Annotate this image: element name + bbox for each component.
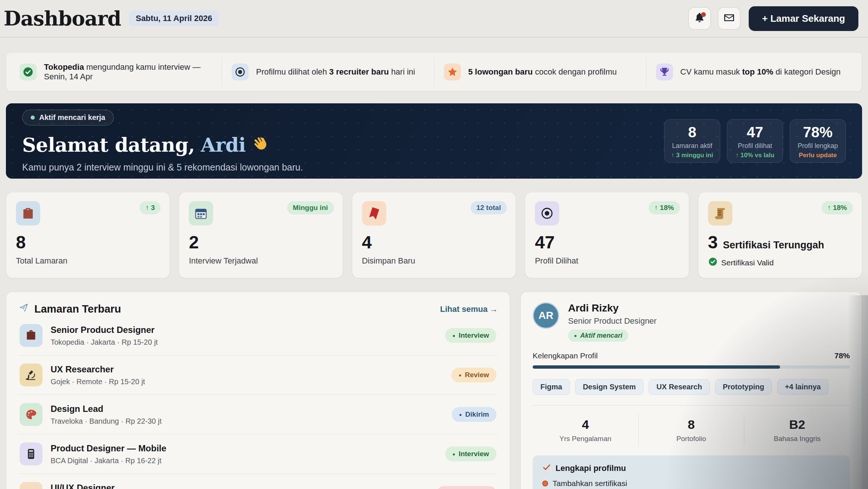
job-title: UX Researcher (51, 364, 145, 375)
profile-panel: AR Ardi Rizky Senior Product Designer ●A… (520, 292, 862, 489)
checklist-item-certification[interactable]: Tambahkan sertifikasi (542, 479, 840, 488)
stat-number: 47 (535, 232, 679, 252)
completeness-label: Kelengkapan Profil (533, 351, 598, 360)
page-title: Dashboard (4, 7, 121, 30)
card-certifications[interactable]: ↑ 18% 3 Sertifikasi Terunggah Sertifikas… (698, 192, 862, 278)
applications-title: Lamaran Terbaru (18, 302, 121, 316)
job-meta: Traveloka · Bandung · Rp 22-30 jt (51, 417, 162, 426)
skill-chip-prototyping: Prototyping (715, 379, 772, 395)
card-profile-views[interactable]: ↑ 18% 47 Profil Dilihat (525, 192, 689, 278)
card-saved-jobs[interactable]: 12 total 4 Disimpan Baru (352, 192, 516, 278)
stat-label: Profil lengkap (790, 142, 845, 150)
briefcase-icon (20, 324, 42, 347)
user-first-name: Ardi (201, 134, 246, 156)
job-title: Product Designer — Mobile (51, 443, 166, 454)
trend-badge: ↑ 3 (140, 201, 161, 214)
job-seeking-badge: Aktif mencari kerja (22, 110, 114, 125)
stat-label: Sertifikasi Terunggah (723, 240, 824, 251)
stat-label: Disimpan Baru (362, 256, 506, 266)
card-scheduled-interviews[interactable]: Minggu ini 2 Interview Terjadwal (179, 192, 343, 278)
status-badge: ●Review (451, 368, 496, 382)
apply-now-button[interactable]: + Lamar Sekarang (749, 6, 858, 31)
stat-label: Profil dilihat (727, 142, 783, 150)
eye-icon (232, 63, 249, 80)
skill-chips: Figma Design System UX Research Prototyp… (533, 379, 850, 395)
alert-interview-invite[interactable]: Tokopedia mengundang kamu interview — Se… (10, 58, 222, 86)
check-circle-icon (20, 63, 37, 80)
job-row-design-lead[interactable]: Design Lead Traveloka · Bandung · Rp 22-… (18, 395, 498, 434)
skill-chip-more[interactable]: +4 lainnya (777, 379, 828, 395)
stat-number: 4 (362, 232, 506, 252)
stat-english: B2 Bahasa Inggris (744, 414, 850, 447)
messages-button[interactable] (718, 7, 741, 30)
stat-number: 8 (16, 232, 160, 252)
hero-stat-profile-views: 47 Profil dilihat ↑ 10% vs lalu (727, 119, 783, 163)
stat-cards-row: ↑ 3 8 Total Lamaran Minggu ini 2 Intervi… (6, 192, 862, 278)
job-title: Senior Product Designer (51, 325, 158, 335)
alerts-bar: Tokopedia mengundang kamu interview — Se… (6, 52, 862, 92)
alert-profile-views[interactable]: Profilmu dilihat oleh 3 recruiter baru h… (222, 58, 434, 86)
progress-fill (533, 365, 780, 369)
welcome-subtitle: Kamu punya 2 interview minggu ini & 5 re… (22, 162, 303, 173)
stat-trend: ↑ 10% vs lalu (727, 152, 783, 159)
date-badge: Sabtu, 11 April 2026 (129, 11, 219, 26)
check-circle-icon (708, 257, 718, 268)
stat-portfolio: 8 Portofolio (639, 414, 745, 447)
alert-text: CV kamu masuk top 10% di kategori Design (680, 67, 841, 77)
alert-cv-rank[interactable]: CV kamu masuk top 10% di kategori Design (646, 58, 858, 86)
profile-name: Ardi Rizky (568, 302, 657, 314)
stat-number: 3 (708, 232, 718, 252)
alert-new-jobs[interactable]: 5 lowongan baru cocok dengan profilmu (434, 58, 646, 86)
trend-badge: ↑ 18% (649, 201, 680, 214)
stat-experience: 4 Yrs Pengalaman (533, 414, 639, 447)
calendar-icon (189, 201, 213, 225)
stat-value: 47 (727, 124, 783, 141)
paper-plane-icon (18, 302, 29, 316)
bullet-icon (542, 481, 548, 486)
status-badge: ●Tidak lanjut (437, 486, 496, 489)
total-badge: 12 total (471, 201, 507, 214)
hero-stat-active-applications: 8 Lamaran aktif ↑ 3 minggu ini (664, 119, 720, 163)
skill-chip-ux-research: UX Research (649, 379, 710, 395)
status-badge: ●Interview (445, 328, 496, 343)
trend-badge: ↑ 18% (821, 201, 853, 214)
job-meta: Gojek · Remote · Rp 15-20 jt (51, 378, 145, 386)
job-meta: BCA Digital · Jakarta · Rp 16-22 jt (51, 457, 166, 465)
alert-text: Profilmu dilihat oleh 3 recruiter baru h… (256, 67, 415, 77)
card-total-applications[interactable]: ↑ 3 8 Total Lamaran (6, 192, 170, 278)
alert-text: Tokopedia mengundang kamu interview — Se… (44, 62, 212, 82)
stat-trend: Perlu update (790, 152, 845, 159)
scroll-icon (708, 201, 732, 225)
job-row-uiux-designer[interactable]: UI/UX Designer Shopee · Surabaya · Rp 14… (18, 474, 498, 489)
completeness-value: 78% (834, 351, 850, 360)
view-all-link[interactable]: Lihat semua → (440, 304, 498, 314)
job-row-ux-researcher[interactable]: UX Researcher Gojek · Remote · Rp 15-20 … (18, 355, 498, 395)
palette-icon (20, 403, 42, 426)
recent-applications-panel: Lamaran Terbaru Lihat semua → Senior Pro… (6, 292, 510, 489)
job-title: UI/UX Designer (51, 483, 157, 489)
completeness-progress-bar (533, 365, 850, 369)
stat-label: Total Lamaran (16, 256, 160, 266)
skill-chip-figma: Figma (533, 379, 570, 395)
job-row-senior-product-designer[interactable]: Senior Product Designer Tokopedia · Jaka… (18, 316, 498, 355)
check-icon (542, 463, 551, 474)
bookmark-icon (362, 201, 386, 225)
notifications-button[interactable] (688, 7, 711, 30)
stat-value: 78% (790, 124, 845, 141)
microscope-icon (20, 364, 42, 386)
star-icon (444, 63, 461, 80)
welcome-banner: Aktif mencari kerja Selamat datang, Ardi… (6, 103, 862, 179)
stat-value: 8 (664, 124, 720, 141)
job-row-product-designer-mobile[interactable]: Product Designer — Mobile BCA Digital · … (18, 434, 498, 474)
active-seeking-badge: ●Aktif mencari (568, 330, 628, 342)
status-badge: ●Dikirim (452, 407, 496, 422)
checklist-title: Lengkapi profilmu (542, 463, 840, 474)
eye-icon (535, 201, 559, 225)
header: Dashboard Sabtu, 11 April 2026 + Lamar S… (0, 0, 868, 38)
status-dot (31, 116, 35, 120)
profile-role: Senior Product Designer (568, 316, 657, 326)
job-title: Design Lead (51, 404, 162, 414)
job-meta: Tokopedia · Jakarta · Rp 15-20 jt (51, 338, 158, 347)
welcome-title: Selamat datang, Ardi (22, 134, 303, 156)
period-badge: Minggu ini (287, 201, 334, 214)
